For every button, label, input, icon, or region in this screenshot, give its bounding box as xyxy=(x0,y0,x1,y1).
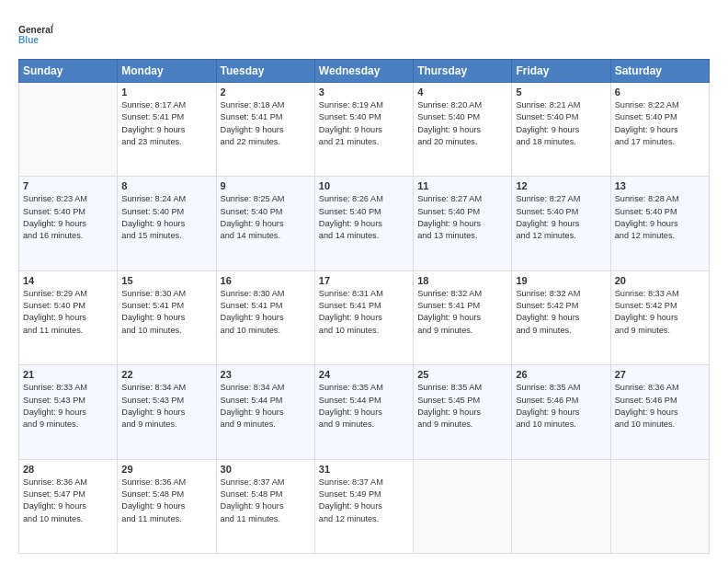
week-row-5: 28Sunrise: 8:36 AMSunset: 5:47 PMDayligh… xyxy=(19,459,710,553)
day-number: 25 xyxy=(417,369,507,380)
week-row-4: 21Sunrise: 8:33 AMSunset: 5:43 PMDayligh… xyxy=(19,365,710,459)
calendar-cell: 23Sunrise: 8:34 AMSunset: 5:44 PMDayligh… xyxy=(216,365,314,459)
cell-info: Sunrise: 8:27 AMSunset: 5:40 PMDaylight:… xyxy=(516,193,606,242)
calendar-cell: 25Sunrise: 8:35 AMSunset: 5:45 PMDayligh… xyxy=(414,365,512,459)
day-number: 29 xyxy=(121,464,211,475)
day-number: 10 xyxy=(319,180,409,191)
cell-info: Sunrise: 8:33 AMSunset: 5:43 PMDaylight:… xyxy=(23,382,113,431)
cell-info: Sunrise: 8:23 AMSunset: 5:40 PMDaylight:… xyxy=(23,193,113,242)
week-row-3: 14Sunrise: 8:29 AMSunset: 5:40 PMDayligh… xyxy=(19,270,710,364)
calendar-cell: 13Sunrise: 8:28 AMSunset: 5:40 PMDayligh… xyxy=(610,177,709,270)
cell-info: Sunrise: 8:20 AMSunset: 5:40 PMDaylight:… xyxy=(417,99,507,148)
calendar-cell: 20Sunrise: 8:33 AMSunset: 5:42 PMDayligh… xyxy=(610,270,709,364)
cell-info: Sunrise: 8:36 AMSunset: 5:47 PMDaylight:… xyxy=(23,477,113,525)
cell-info: Sunrise: 8:32 AMSunset: 5:41 PMDaylight:… xyxy=(417,288,507,337)
calendar-cell: 18Sunrise: 8:32 AMSunset: 5:41 PMDayligh… xyxy=(414,270,512,364)
day-header-monday: Monday xyxy=(118,60,216,83)
calendar-cell: 22Sunrise: 8:34 AMSunset: 5:43 PMDayligh… xyxy=(118,365,216,459)
cell-info: Sunrise: 8:35 AMSunset: 5:44 PMDaylight:… xyxy=(319,382,409,431)
cell-info: Sunrise: 8:30 AMSunset: 5:41 PMDaylight:… xyxy=(121,288,211,337)
cell-info: Sunrise: 8:29 AMSunset: 5:40 PMDaylight:… xyxy=(23,288,113,337)
calendar-cell: 16Sunrise: 8:30 AMSunset: 5:41 PMDayligh… xyxy=(216,270,314,364)
day-number: 20 xyxy=(615,275,705,286)
calendar-cell: 6Sunrise: 8:22 AMSunset: 5:40 PMDaylight… xyxy=(610,83,709,177)
day-number: 27 xyxy=(615,369,705,380)
day-number: 3 xyxy=(319,86,409,98)
day-number: 31 xyxy=(319,464,409,475)
day-number: 16 xyxy=(221,275,311,286)
calendar-cell: 29Sunrise: 8:36 AMSunset: 5:48 PMDayligh… xyxy=(118,459,216,553)
calendar-cell xyxy=(19,83,118,177)
header: General Blue xyxy=(18,17,710,52)
day-number: 24 xyxy=(319,369,409,380)
day-number: 28 xyxy=(23,464,113,475)
calendar-header-row: SundayMondayTuesdayWednesdayThursdayFrid… xyxy=(19,60,710,83)
day-number: 9 xyxy=(221,180,311,191)
logo: General Blue xyxy=(18,17,53,52)
day-header-thursday: Thursday xyxy=(414,60,512,83)
calendar-cell: 24Sunrise: 8:35 AMSunset: 5:44 PMDayligh… xyxy=(314,365,413,459)
cell-info: Sunrise: 8:37 AMSunset: 5:49 PMDaylight:… xyxy=(319,477,409,525)
calendar-cell: 1Sunrise: 8:17 AMSunset: 5:41 PMDaylight… xyxy=(118,83,216,177)
calendar-cell: 15Sunrise: 8:30 AMSunset: 5:41 PMDayligh… xyxy=(118,270,216,364)
cell-info: Sunrise: 8:17 AMSunset: 5:41 PMDaylight:… xyxy=(121,99,211,148)
day-number: 19 xyxy=(516,275,606,286)
calendar-cell: 27Sunrise: 8:36 AMSunset: 5:46 PMDayligh… xyxy=(610,365,709,459)
day-number: 30 xyxy=(221,464,311,475)
day-number: 4 xyxy=(417,86,507,98)
cell-info: Sunrise: 8:37 AMSunset: 5:48 PMDaylight:… xyxy=(221,477,311,525)
svg-text:General: General xyxy=(18,25,53,35)
cell-info: Sunrise: 8:31 AMSunset: 5:41 PMDaylight:… xyxy=(319,288,409,337)
day-number: 5 xyxy=(516,86,606,98)
calendar-cell: 7Sunrise: 8:23 AMSunset: 5:40 PMDaylight… xyxy=(19,177,118,270)
calendar-cell: 19Sunrise: 8:32 AMSunset: 5:42 PMDayligh… xyxy=(512,270,610,364)
cell-info: Sunrise: 8:35 AMSunset: 5:46 PMDaylight:… xyxy=(516,382,606,431)
svg-marker-2 xyxy=(52,23,53,27)
day-number: 22 xyxy=(121,369,211,380)
calendar-cell: 26Sunrise: 8:35 AMSunset: 5:46 PMDayligh… xyxy=(512,365,610,459)
day-number: 7 xyxy=(23,180,113,191)
svg-text:Blue: Blue xyxy=(18,35,39,45)
calendar-cell: 9Sunrise: 8:25 AMSunset: 5:40 PMDaylight… xyxy=(216,177,314,270)
cell-info: Sunrise: 8:34 AMSunset: 5:44 PMDaylight:… xyxy=(221,382,311,431)
day-number: 1 xyxy=(121,86,211,98)
cell-info: Sunrise: 8:36 AMSunset: 5:48 PMDaylight:… xyxy=(121,477,211,525)
cell-info: Sunrise: 8:32 AMSunset: 5:42 PMDaylight:… xyxy=(516,288,606,337)
calendar-cell: 4Sunrise: 8:20 AMSunset: 5:40 PMDaylight… xyxy=(414,83,512,177)
cell-info: Sunrise: 8:34 AMSunset: 5:43 PMDaylight:… xyxy=(121,382,211,431)
day-number: 13 xyxy=(615,180,705,191)
cell-info: Sunrise: 8:30 AMSunset: 5:41 PMDaylight:… xyxy=(221,288,311,337)
calendar-cell: 11Sunrise: 8:27 AMSunset: 5:40 PMDayligh… xyxy=(414,177,512,270)
cell-info: Sunrise: 8:24 AMSunset: 5:40 PMDaylight:… xyxy=(121,193,211,242)
cell-info: Sunrise: 8:33 AMSunset: 5:42 PMDaylight:… xyxy=(615,288,705,337)
calendar-table: SundayMondayTuesdayWednesdayThursdayFrid… xyxy=(18,59,710,554)
calendar-cell: 2Sunrise: 8:18 AMSunset: 5:41 PMDaylight… xyxy=(216,83,314,177)
calendar-cell: 17Sunrise: 8:31 AMSunset: 5:41 PMDayligh… xyxy=(314,270,413,364)
day-header-saturday: Saturday xyxy=(610,60,709,83)
calendar-cell: 3Sunrise: 8:19 AMSunset: 5:40 PMDaylight… xyxy=(314,83,413,177)
week-row-1: 1Sunrise: 8:17 AMSunset: 5:41 PMDaylight… xyxy=(19,83,710,177)
day-number: 11 xyxy=(417,180,507,191)
cell-info: Sunrise: 8:26 AMSunset: 5:40 PMDaylight:… xyxy=(319,193,409,242)
day-number: 18 xyxy=(417,275,507,286)
page: General Blue SundayMondayTuesdayWednesda… xyxy=(0,0,728,563)
calendar-cell: 8Sunrise: 8:24 AMSunset: 5:40 PMDaylight… xyxy=(118,177,216,270)
cell-info: Sunrise: 8:36 AMSunset: 5:46 PMDaylight:… xyxy=(615,382,705,431)
cell-info: Sunrise: 8:27 AMSunset: 5:40 PMDaylight:… xyxy=(417,193,507,242)
day-header-wednesday: Wednesday xyxy=(314,60,413,83)
calendar-cell: 10Sunrise: 8:26 AMSunset: 5:40 PMDayligh… xyxy=(314,177,413,270)
cell-info: Sunrise: 8:21 AMSunset: 5:40 PMDaylight:… xyxy=(516,99,606,148)
day-number: 23 xyxy=(221,369,311,380)
day-number: 14 xyxy=(23,275,113,286)
day-header-sunday: Sunday xyxy=(19,60,118,83)
calendar-cell xyxy=(512,459,610,553)
day-number: 26 xyxy=(516,369,606,380)
cell-info: Sunrise: 8:19 AMSunset: 5:40 PMDaylight:… xyxy=(319,99,409,148)
day-header-friday: Friday xyxy=(512,60,610,83)
cell-info: Sunrise: 8:25 AMSunset: 5:40 PMDaylight:… xyxy=(221,193,311,242)
day-number: 6 xyxy=(615,86,705,98)
day-number: 15 xyxy=(121,275,211,286)
calendar-cell: 21Sunrise: 8:33 AMSunset: 5:43 PMDayligh… xyxy=(19,365,118,459)
calendar-cell xyxy=(610,459,709,553)
calendar-cell: 14Sunrise: 8:29 AMSunset: 5:40 PMDayligh… xyxy=(19,270,118,364)
